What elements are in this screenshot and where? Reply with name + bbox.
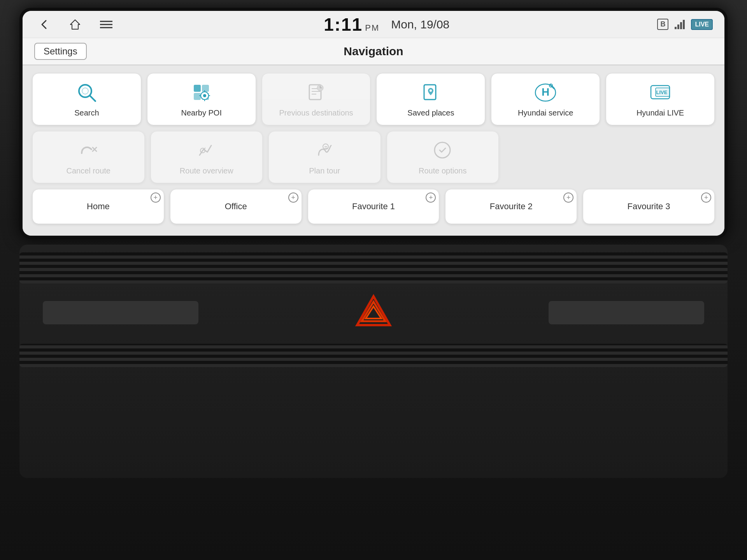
nearby-poi-tile[interactable]: Nearby POI [147, 73, 256, 125]
route-overview-icon [195, 138, 218, 162]
row2-spacer2 [613, 131, 715, 183]
favourite2-label: Favourite 2 [490, 201, 533, 212]
svg-marker-0 [70, 20, 80, 29]
svg-rect-6 [680, 22, 682, 29]
route-overview-label: Route overview [180, 166, 233, 176]
favourite3-tile[interactable]: Favourite 3 + [583, 189, 715, 224]
previous-destinations-label: Previous destinations [279, 108, 353, 118]
hyundai-live-label: Hyundai LIVE [637, 108, 684, 118]
date-display: Mon, 19/08 [391, 18, 449, 31]
svg-text:H: H [542, 86, 549, 98]
svg-line-9 [90, 96, 95, 101]
nav-tiles-row1: Search [32, 73, 715, 125]
hyundai-service-label: Hyundai service [518, 108, 573, 118]
svg-rect-13 [194, 93, 201, 100]
saved-places-icon [419, 80, 442, 104]
cancel-route-label: Cancel route [67, 166, 110, 176]
favourites-row: Home + Office + Favourite 1 + Favourite … [32, 189, 715, 224]
nearby-poi-icon [190, 80, 213, 104]
previous-destinations-tile: Previous destinations [262, 73, 371, 125]
svg-point-45 [435, 142, 450, 158]
plan-tour-label: Plan tour [309, 166, 340, 176]
plan-tour-tile: Plan tour [268, 131, 381, 183]
status-right: B LIVE [657, 19, 713, 30]
saved-places-tile[interactable]: Saved places [376, 73, 485, 125]
route-overview-tile: Route overview [151, 131, 263, 183]
top-vent-slats [19, 252, 728, 284]
cancel-route-icon [77, 138, 100, 162]
favourite1-tile[interactable]: Favourite 1 + [308, 189, 440, 224]
search-tile[interactable]: Search [32, 73, 141, 125]
hyundai-live-tile[interactable]: LIVE Hyundai LIVE [606, 73, 715, 125]
favourite2-tile[interactable]: Favourite 2 + [445, 189, 577, 224]
page-title: Navigation [344, 45, 403, 58]
route-options-label: Route options [419, 166, 466, 176]
route-options-tile: Route options [387, 131, 499, 183]
hyundai-service-icon: H [534, 80, 557, 104]
time-value: 1:11 [324, 14, 363, 35]
plan-tour-icon [313, 138, 336, 162]
svg-rect-12 [202, 85, 209, 92]
svg-rect-7 [683, 20, 685, 29]
search-label: Search [74, 108, 99, 118]
office-favourite-tile[interactable]: Office + [170, 189, 302, 224]
time-suffix: PM [365, 23, 379, 33]
favourite1-add-icon[interactable]: + [426, 192, 436, 203]
screen: 1:11PM Mon, 19/08 B LIVE Se [23, 11, 724, 236]
hyundai-live-icon: LIVE [649, 80, 672, 104]
home-label: Home [87, 201, 110, 212]
nav-tiles-row2: Cancel route Route overview [32, 131, 715, 183]
svg-rect-4 [675, 27, 677, 29]
nearby-poi-label: Nearby POI [181, 108, 222, 118]
office-label: Office [225, 201, 247, 212]
home-button[interactable] [65, 15, 85, 34]
status-left [34, 15, 116, 34]
screen-bezel: 1:11PM Mon, 19/08 B LIVE Se [19, 8, 728, 239]
bottom-vent-slats [19, 344, 728, 367]
time-date-area: 1:11PM Mon, 19/08 [324, 14, 449, 35]
favourite3-label: Favourite 3 [628, 201, 670, 212]
row2-spacer1 [505, 131, 607, 183]
favourite3-add-icon[interactable]: + [701, 192, 711, 203]
left-vent-control [43, 301, 198, 324]
back-button[interactable] [34, 15, 54, 34]
svg-point-29 [430, 89, 432, 92]
live-badge: LIVE [691, 19, 713, 30]
office-add-icon[interactable]: + [288, 192, 298, 203]
car-vent-area [19, 245, 728, 478]
cancel-route-tile: Cancel route [32, 131, 145, 183]
search-icon [75, 80, 98, 104]
nav-header: Settings Navigation [23, 38, 724, 65]
home-favourite-tile[interactable]: Home + [32, 189, 164, 224]
svg-point-10 [82, 88, 88, 94]
main-content: Search [23, 65, 724, 236]
previous-destinations-icon [305, 80, 328, 104]
home-add-icon[interactable]: + [151, 192, 161, 203]
settings-button[interactable]: Settings [34, 43, 87, 60]
route-options-icon [431, 138, 454, 162]
svg-rect-5 [677, 24, 679, 29]
favourite1-label: Favourite 1 [352, 201, 395, 212]
favourite2-add-icon[interactable]: + [563, 192, 573, 203]
time-display: 1:11PM [324, 14, 379, 35]
hyundai-service-tile[interactable]: H Hyundai service [491, 73, 600, 125]
right-vent-control [549, 301, 704, 324]
car-interior: 1:11PM Mon, 19/08 B LIVE Se [0, 0, 747, 560]
saved-places-label: Saved places [407, 108, 454, 118]
signal-bars-icon [675, 20, 686, 29]
svg-text:LIVE: LIVE [656, 89, 668, 95]
svg-rect-11 [194, 85, 201, 92]
menu-button[interactable] [96, 15, 116, 34]
hazard-button[interactable] [354, 293, 393, 332]
svg-point-16 [203, 94, 206, 97]
status-bar: 1:11PM Mon, 19/08 B LIVE [23, 11, 724, 38]
bluetooth-signal-icon: B [657, 19, 668, 30]
